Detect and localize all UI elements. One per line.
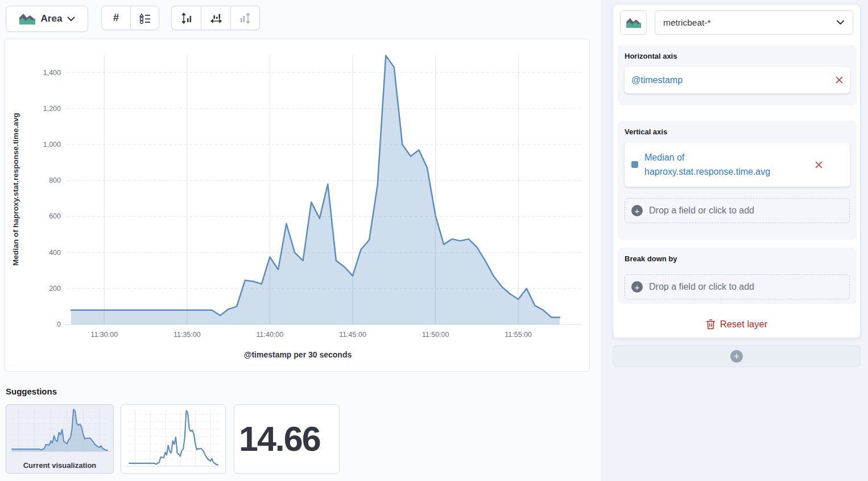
plus-icon: + [631,205,643,216]
x-tick-label: 11:35:00 [173,331,201,339]
chart-type-label: Area [41,13,63,24]
x-tick-label: 11:30:00 [90,331,118,339]
dimension-timestamp[interactable]: @timestamp [625,67,850,93]
layer-config-column: metricbeat-* Horizontal axis @timestamp … [601,0,868,481]
section-title: Horizontal axis [625,52,850,60]
vertical-axis-drop-zone[interactable]: + Drop a field or click to add [625,198,850,223]
section-title: Break down by [625,254,850,263]
drop-zone-label: Drop a field or click to add [649,205,754,216]
suggestion-metric[interactable]: 14.66 [234,404,340,474]
left-axis-button[interactable] [171,6,201,30]
plus-icon: + [730,350,743,363]
plus-icon: + [631,281,643,293]
metric-value: 14.66 [239,419,320,459]
mini-line-chart [121,405,225,473]
right-axis-button [230,6,260,30]
suggestion-label: Current visualization [6,461,113,470]
y-tick-label: 0 [57,320,61,328]
y-tick-label: 400 [49,249,61,257]
break-down-drop-zone[interactable]: + Drop a field or click to add [625,274,850,299]
bottom-axis-button[interactable] [201,6,230,30]
remove-dimension-button[interactable] [836,76,843,84]
series-line [129,410,218,464]
y-tick-label: 1,200 [43,105,61,113]
area-fill [12,409,108,451]
series-color-swatch [631,161,638,168]
dimension-label: Median of haproxy.stat.response.time.avg [644,150,811,179]
suggestion-line-chart[interactable] [121,404,226,474]
dimension-label: @timestamp [631,73,831,87]
y-tick-label: 800 [49,176,61,184]
y-tick-label: 1,000 [43,141,61,149]
close-icon [815,161,822,168]
y-axis-title: Median of haproxy.stat.response.time.avg [11,59,20,320]
y-tick-label: 1,400 [43,69,61,77]
index-pattern-value: metricbeat-* [663,18,836,28]
x-tick-label: 11:55:00 [505,331,532,339]
layer-chart-type-button[interactable] [620,10,647,35]
bottom-axis-icon [210,12,222,24]
index-pattern-select[interactable]: metricbeat-* [655,10,853,35]
values-button[interactable]: # [101,6,130,30]
reset-layer-label: Reset layer [720,319,767,330]
legend-button[interactable] [130,6,159,30]
x-axis-title: @timestamp per 30 seconds [5,350,590,359]
y-tick-label: 200 [49,285,61,293]
chart-panel: 02004006008001,0001,2001,40011:30:0011:3… [5,39,590,372]
section-title: Vertical axis [625,128,850,136]
close-icon [836,76,843,84]
drop-zone-label: Drop a field or click to add [649,282,754,292]
chevron-down-icon [67,17,75,22]
chevron-down-icon [836,20,845,25]
dimension-median-response-time[interactable]: Median of haproxy.stat.response.time.avg [625,142,850,187]
chart-type-selector[interactable]: Area [6,6,88,32]
layer-header: metricbeat-* [620,10,853,35]
x-tick-label: 11:45:00 [339,331,366,339]
legend-icon [139,13,151,24]
area-chart-icon [626,17,642,28]
section-break-down-by: Break down by + Drop a field or click to… [618,248,857,304]
right-axis-icon [239,12,251,24]
suggestion-current-visualization[interactable]: Current visualization [6,404,114,474]
editor-workspace: Area # [0,0,601,481]
add-layer-button[interactable]: + [613,345,861,367]
remove-dimension-button[interactable] [815,161,822,168]
left-axis-icon [180,12,193,24]
axis-settings-group [171,6,260,30]
section-vertical-axis: Vertical axis Median of haproxy.stat.res… [618,121,857,240]
area-fill [71,56,560,324]
x-tick-label: 11:40:00 [257,331,284,339]
suggestions-heading: Suggestions [6,387,57,396]
area-chart-icon [19,13,36,25]
section-horizontal-axis: Horizontal axis @timestamp [618,45,857,105]
layer-panel: metricbeat-* Horizontal axis @timestamp … [613,4,861,338]
hash-icon: # [113,12,119,24]
x-tick-label: 11:50:00 [422,331,449,339]
display-options-group: # [101,6,159,30]
y-tick-label: 600 [49,212,61,220]
mini-area-chart [6,405,113,457]
area-chart[interactable]: 02004006008001,0001,2001,40011:30:0011:3… [5,39,590,372]
trash-icon [706,319,716,330]
reset-layer-button[interactable]: Reset layer [613,319,860,330]
